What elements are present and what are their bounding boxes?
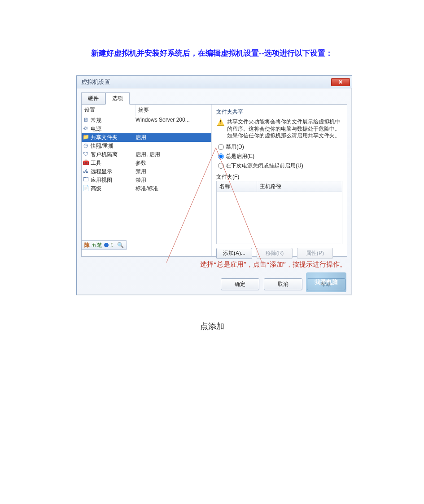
list-item[interactable]: 🧰工具参数 — [82, 159, 211, 167]
page-heading: 新建好虚拟机并安装好系统后，在编辑虚拟机设置--选项进行以下设置： — [0, 48, 424, 58]
radio-disable-label: 禁用(D) — [226, 143, 244, 151]
group-title-sharing: 文件夹共享 — [216, 108, 342, 116]
row-summary: 标准/标准 — [136, 185, 211, 193]
list-item[interactable]: 🖥常规Windows Server 200... — [82, 116, 211, 125]
list-item[interactable]: 🖧远程显示禁用 — [82, 167, 211, 176]
row-name: 共享文件夹 — [90, 134, 136, 141]
ime-moon-icon: ☾ — [110, 242, 115, 248]
list-body[interactable]: 🖥常规Windows Server 200...⛮电源📁共享文件夹启用◷快照/重… — [82, 116, 211, 256]
radio-next-label: 在下次电源关闭或挂起前启用(U) — [226, 162, 303, 170]
row-name: 高级 — [90, 185, 136, 193]
row-summary: 启用, 启用 — [136, 151, 211, 158]
ime-dot-icon — [104, 243, 109, 247]
ime-toolbar[interactable]: 陳 五笔 ☾ 🔍 — [81, 240, 127, 250]
radio-next-input[interactable] — [218, 163, 224, 169]
list-item[interactable]: 📄高级标准/标准 — [82, 184, 211, 193]
list-item[interactable]: ⛮电源 — [82, 125, 211, 133]
row-icon: 🗔 — [82, 176, 90, 184]
radio-next[interactable]: 在下次电源关闭或挂起前启用(U) — [218, 162, 342, 170]
row-icon: ◷ — [82, 142, 90, 150]
ime-logo: 陳 — [84, 241, 90, 249]
row-icon: 🖥 — [82, 117, 90, 124]
radio-always-input[interactable] — [218, 153, 224, 159]
warning-text: 共享文件夹功能将会将你的文件展示给虚拟机中的程序。这将会使你的电脑与数据处于危险… — [227, 118, 341, 140]
row-name: 工具 — [90, 159, 136, 167]
radio-disable-input[interactable] — [218, 144, 224, 150]
vm-settings-dialog: 虚拟机设置 ✕ 硬件 选项 设置 摘要 🖥常规Windows Server 20… — [76, 75, 352, 295]
dialog-title: 虚拟机设置 — [81, 78, 331, 86]
close-icon: ✕ — [338, 79, 343, 85]
row-name: 常规 — [90, 117, 136, 124]
cancel-button[interactable]: 取消 — [264, 278, 302, 290]
row-name: 远程显示 — [90, 168, 136, 175]
tab-panel: 设置 摘要 🖥常规Windows Server 200...⛮电源📁共享文件夹启… — [81, 104, 347, 257]
folders-label: 文件夹(F) — [216, 173, 342, 181]
dialog-footer: 确定 取消 帮助 — [221, 278, 345, 290]
radio-disable[interactable]: 禁用(D) — [218, 143, 342, 151]
row-summary: Windows Server 200... — [136, 117, 211, 124]
row-summary — [136, 142, 211, 150]
close-button[interactable]: ✕ — [331, 78, 350, 86]
folders-col-name: 名称 — [217, 181, 257, 192]
row-summary: 禁用 — [136, 176, 211, 184]
row-icon: 📁 — [82, 134, 90, 141]
list-item[interactable]: 📁共享文件夹启用 — [82, 133, 211, 142]
radio-always-label: 总是启用(E) — [226, 153, 254, 160]
folders-list[interactable] — [216, 192, 342, 244]
ok-button[interactable]: 确定 — [221, 278, 259, 290]
warning-icon — [217, 118, 224, 126]
list-item[interactable]: 🗔应用视图禁用 — [82, 176, 211, 184]
warning-box: 共享文件夹功能将会将你的文件展示给虚拟机中的程序。这将会使你的电脑与数据处于危险… — [216, 118, 342, 142]
col-summary: 摘要 — [136, 105, 211, 116]
row-icon: 📄 — [82, 185, 90, 193]
ime-search-icon: 🔍 — [117, 242, 124, 248]
remove-button: 移除(R) — [257, 248, 293, 259]
radio-always[interactable]: 总是启用(E) — [218, 153, 342, 160]
properties-button: 属性(P) — [297, 248, 333, 259]
row-summary: 禁用 — [136, 168, 211, 175]
row-name: 应用视图 — [90, 176, 136, 184]
titlebar: 虚拟机设置 ✕ — [77, 76, 352, 88]
tab-bar: 硬件 选项 — [81, 92, 352, 104]
red-annotation: 选择“总是雇用”，点击“添加”，按提示进行操作。 — [200, 260, 346, 269]
row-icon: 🖧 — [82, 168, 90, 175]
row-summary — [136, 125, 211, 133]
list-item[interactable]: 🛡客户机隔离启用, 启用 — [82, 150, 211, 159]
tab-hardware[interactable]: 硬件 — [81, 92, 105, 105]
col-setting: 设置 — [82, 105, 136, 116]
list-header: 设置 摘要 — [82, 105, 211, 116]
folders-header: 名称 主机路径 — [216, 181, 342, 192]
row-icon: 🧰 — [82, 159, 90, 167]
folders-buttons: 添加(A)... 移除(R) 属性(P) — [216, 248, 342, 259]
row-name: 客户机隔离 — [90, 151, 136, 158]
add-button[interactable]: 添加(A)... — [216, 248, 252, 259]
settings-list: 设置 摘要 🖥常规Windows Server 200...⛮电源📁共享文件夹启… — [82, 105, 212, 256]
list-item[interactable]: ◷快照/重播 — [82, 142, 211, 150]
caption-below: 点添加 — [0, 321, 424, 332]
row-summary: 参数 — [136, 159, 211, 167]
row-summary: 启用 — [136, 134, 211, 141]
folders-group: 文件夹(F) 名称 主机路径 添加(A)... 移除(R) 属性(P) — [216, 173, 342, 259]
tab-options[interactable]: 选项 — [105, 92, 130, 105]
row-name: 快照/重播 — [90, 142, 136, 150]
help-button[interactable]: 帮助 — [307, 278, 345, 290]
ime-mode: 五笔 — [92, 241, 102, 249]
detail-pane: 文件夹共享 共享文件夹功能将会将你的文件展示给虚拟机中的程序。这将会使你的电脑与… — [212, 105, 347, 256]
folders-col-path: 主机路径 — [257, 181, 342, 192]
row-icon: 🛡 — [82, 151, 90, 158]
row-icon: ⛮ — [82, 125, 90, 133]
row-name: 电源 — [90, 125, 136, 133]
